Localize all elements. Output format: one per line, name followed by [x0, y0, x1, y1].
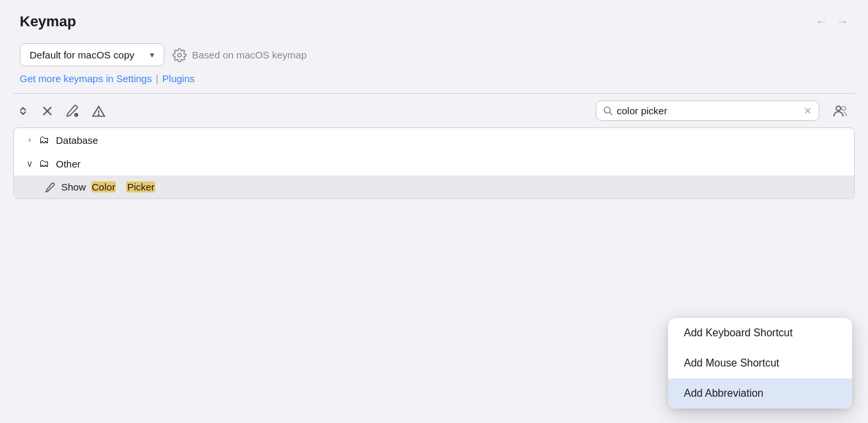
gear-settings[interactable]: Based on macOS keymap: [172, 48, 306, 62]
toolbar-row: ! ✕: [0, 94, 868, 127]
based-on-label: Based on macOS keymap: [192, 49, 306, 60]
chevron-down-icon: ▾: [150, 50, 155, 60]
folder-icon-other: 🗂: [39, 158, 49, 169]
settings-link[interactable]: Get more keymaps in Settings: [20, 73, 152, 84]
chevron-down-icon: ∨: [24, 158, 35, 169]
pencil-icon: [45, 182, 56, 192]
context-menu-item-abbreviation[interactable]: Add Abbreviation: [668, 378, 852, 409]
svg-point-0: [178, 53, 181, 57]
svg-text:!: !: [76, 114, 76, 118]
header: Keymap ← →: [0, 0, 868, 37]
plugins-link[interactable]: Plugins: [162, 73, 195, 84]
svg-point-11: [842, 106, 846, 110]
search-input[interactable]: [617, 105, 800, 116]
search-icon: [603, 106, 613, 116]
clear-button[interactable]: [41, 104, 54, 118]
user-group-icon: [832, 104, 848, 118]
links-row: Get more keymaps in Settings | Plugins: [0, 70, 868, 93]
keymap-selected-label: Default for macOS copy: [30, 49, 134, 60]
toolbar-icons: !: [16, 103, 587, 119]
sort-button[interactable]: [16, 104, 30, 118]
keymap-row: Default for macOS copy ▾ Based on macOS …: [0, 37, 868, 70]
highlight-color: Color: [91, 181, 116, 192]
warning-icon: [92, 105, 105, 117]
page-title: Keymap: [20, 13, 76, 30]
action-text-before: Show: [61, 181, 86, 192]
edit-button[interactable]: !: [64, 103, 80, 119]
svg-point-10: [836, 106, 841, 110]
other-label: Other: [56, 158, 81, 169]
svg-point-8: [604, 107, 610, 113]
chevron-right-icon: ›: [24, 135, 35, 145]
pencil-badge-icon: !: [66, 104, 79, 118]
close-icon: [42, 106, 53, 116]
content-area: › 🗂 Database ∨ 🗂 Other Show Color Picker: [13, 127, 855, 199]
search-clear-button[interactable]: ✕: [804, 106, 812, 116]
warning-button[interactable]: [91, 104, 107, 118]
context-menu-item-keyboard-shortcut[interactable]: Add Keyboard Shortcut: [668, 318, 852, 348]
tree-row-show-color-picker[interactable]: Show Color Picker: [14, 175, 854, 198]
user-filter-button[interactable]: [829, 102, 852, 120]
link-separator: |: [156, 73, 158, 84]
database-label: Database: [56, 135, 98, 146]
page-container: Keymap ← → Default for macOS copy ▾ Base…: [0, 0, 868, 423]
context-menu: Add Keyboard Shortcut Add Mouse Shortcut…: [668, 318, 852, 409]
folder-icon-database: 🗂: [39, 134, 49, 146]
search-box: ✕: [596, 100, 819, 121]
svg-line-9: [610, 112, 612, 115]
highlight-picker: Picker: [126, 181, 155, 192]
context-menu-item-mouse-shortcut[interactable]: Add Mouse Shortcut: [668, 348, 852, 378]
tree-row-other[interactable]: ∨ 🗂 Other: [14, 152, 854, 175]
gear-icon: [172, 48, 187, 62]
svg-point-7: [98, 114, 99, 114]
tree-row-database[interactable]: › 🗂 Database: [14, 128, 854, 152]
header-nav: ← →: [815, 15, 848, 29]
up-down-icon: [17, 105, 29, 117]
back-button[interactable]: ←: [815, 15, 827, 29]
keymap-dropdown[interactable]: Default for macOS copy ▾: [20, 43, 164, 66]
forward-button[interactable]: →: [836, 15, 848, 29]
